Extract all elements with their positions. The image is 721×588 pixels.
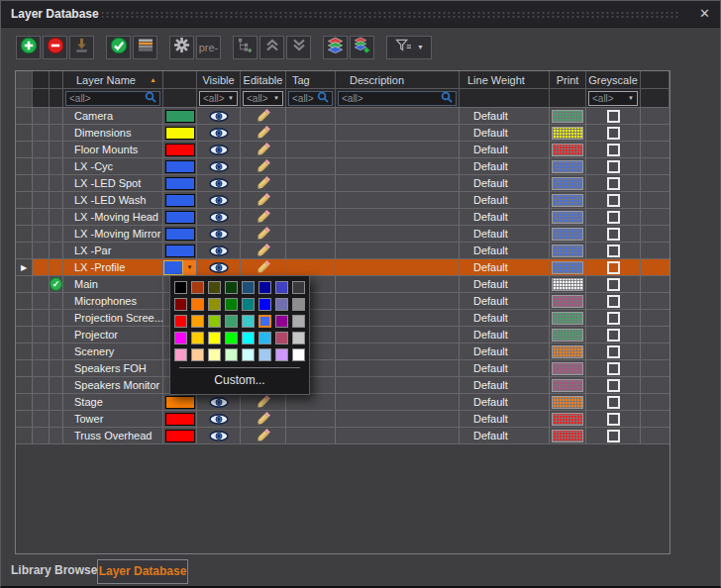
description-cell[interactable] [336,377,460,394]
palette-color-swatch[interactable] [225,315,238,328]
greyscale-checkbox[interactable] [607,194,620,207]
greyscale-cell[interactable] [586,125,641,142]
layer-name-cell[interactable]: LX -Moving Head [63,209,163,226]
row-status-cell[interactable] [33,377,50,394]
print-cell[interactable] [550,293,586,310]
greyscale-cell[interactable] [586,394,641,411]
palette-color-swatch[interactable] [174,315,187,328]
description-cell[interactable] [336,209,460,226]
row-status-cell[interactable] [33,360,50,377]
tag-cell[interactable] [286,243,336,259]
tag-cell[interactable] [286,125,336,142]
row-active-cell[interactable] [50,360,63,377]
visible-cell[interactable] [197,394,241,411]
palette-color-swatch[interactable] [174,332,187,344]
palette-color-swatch[interactable] [292,332,305,344]
palette-color-swatch[interactable] [275,315,288,328]
table-row[interactable]: Floor MountsDefault [16,142,670,158]
layer-color-cell[interactable] [163,158,197,175]
table-row[interactable]: Speakers FOHDefault [16,360,670,377]
line-weight-cell[interactable]: Default [460,158,550,175]
layer-name-cell[interactable]: LX -LED Spot [63,175,163,192]
palette-color-swatch[interactable] [174,281,187,294]
greyscale-checkbox[interactable] [607,345,620,358]
layer-list-button[interactable] [133,36,157,59]
header-layer-name[interactable]: Layer Name ▲ [63,71,163,88]
layer-color-swatch[interactable] [165,177,195,190]
row-status-cell[interactable] [33,192,50,209]
row-active-cell[interactable] [50,175,63,192]
greyscale-cell[interactable] [586,158,641,175]
layer-color-cell[interactable] [163,411,197,428]
line-weight-cell[interactable]: Default [460,226,550,243]
visible-cell[interactable] [197,175,241,192]
layer-name-filter-input[interactable]: <all> [65,91,160,106]
layer-color-swatch[interactable] [165,396,195,409]
description-cell[interactable] [336,394,460,411]
layer-name-cell[interactable]: LX -LED Wash [63,192,163,209]
line-weight-cell[interactable]: Default [460,327,550,343]
tag-cell[interactable] [286,175,336,192]
table-row[interactable]: Projection Scree...Default [16,310,670,327]
tag-cell[interactable] [286,428,336,444]
print-cell[interactable] [550,343,586,360]
layer-name-cell[interactable]: Speakers FOH [63,360,163,377]
print-cell[interactable] [550,108,586,125]
palette-color-swatch[interactable] [208,348,221,361]
palette-color-swatch[interactable] [242,281,255,294]
description-cell[interactable] [336,259,460,276]
greyscale-cell[interactable] [586,259,641,276]
tag-cell[interactable] [286,394,336,411]
greyscale-cell[interactable] [586,276,641,293]
greyscale-checkbox[interactable] [607,396,620,409]
visible-cell[interactable] [197,142,241,158]
greyscale-cell[interactable] [586,377,641,394]
palette-color-swatch[interactable] [225,281,238,294]
description-cell[interactable] [336,360,460,377]
greyscale-checkbox[interactable] [607,295,620,308]
palette-color-swatch[interactable] [275,298,288,311]
description-cell[interactable] [336,192,460,209]
line-weight-cell[interactable]: Default [460,411,550,428]
editable-cell[interactable] [241,226,286,243]
table-row[interactable]: Truss OverheadDefault [16,428,670,444]
description-cell[interactable] [336,343,460,360]
visible-cell[interactable] [197,209,241,226]
greyscale-checkbox[interactable] [607,245,620,257]
row-status-cell[interactable] [33,428,50,444]
editable-cell[interactable] [241,411,286,428]
greyscale-cell[interactable] [586,360,641,377]
print-cell[interactable] [550,276,586,293]
filter-button[interactable]: ▼ [386,36,432,59]
close-icon[interactable]: ✕ [699,6,710,21]
palette-color-swatch[interactable] [275,332,288,344]
row-active-cell[interactable] [50,243,63,259]
table-row[interactable]: TowerDefault [16,411,670,428]
visible-filter-dropdown[interactable]: <all> ▼ [199,91,238,106]
greyscale-cell[interactable] [586,142,641,158]
greyscale-checkbox[interactable] [607,413,620,426]
layer-name-cell[interactable]: LX -Par [63,243,163,259]
row-active-cell[interactable] [50,293,63,310]
print-cell[interactable] [550,226,586,243]
layer-color-swatch[interactable] [163,260,183,275]
greyscale-cell[interactable] [586,192,641,209]
description-cell[interactable] [336,276,460,293]
print-cell[interactable] [550,411,586,428]
description-cell[interactable] [336,226,460,243]
palette-color-swatch[interactable] [242,298,255,311]
editable-cell[interactable] [241,394,286,411]
greyscale-cell[interactable] [586,327,641,343]
tag-cell[interactable] [286,259,336,276]
greyscale-checkbox[interactable] [607,110,620,123]
editable-cell[interactable] [241,259,286,276]
print-cell[interactable] [550,360,586,377]
layer-color-cell[interactable] [163,108,197,125]
row-status-cell[interactable] [33,276,50,293]
palette-color-swatch[interactable] [208,281,221,294]
table-row[interactable]: ✓MainDefault [16,276,670,293]
visible-cell[interactable] [197,428,241,444]
row-active-cell[interactable] [50,394,63,411]
description-cell[interactable] [336,125,460,142]
table-row[interactable]: DimensionsDefault [16,125,670,142]
